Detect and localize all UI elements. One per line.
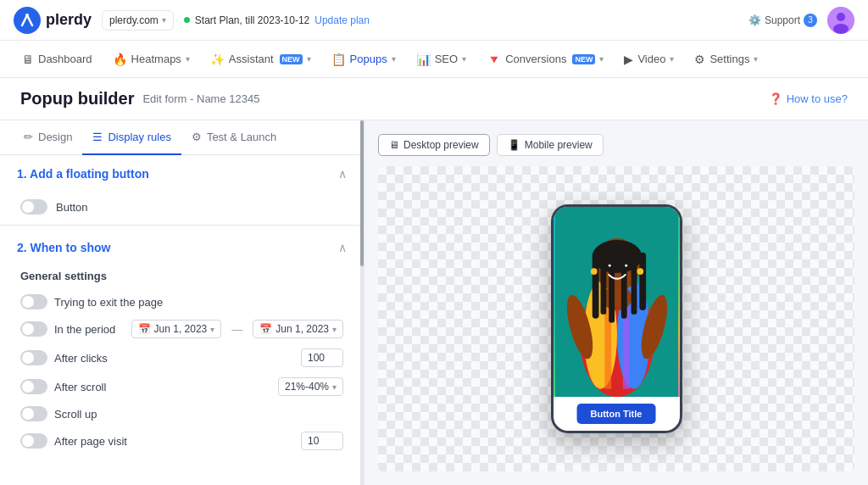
setting-after-clicks: After clicks: [20, 343, 343, 372]
nav-item-dashboard[interactable]: 🖥 Dashboard: [14, 47, 101, 71]
phone-mockup: Button Title: [551, 204, 682, 433]
date-to-picker[interactable]: 📅 Jun 1, 2023 ▾: [253, 320, 343, 338]
svg-point-1: [25, 14, 29, 17]
svg-rect-18: [609, 253, 615, 323]
svg-point-0: [14, 7, 41, 34]
date-to-chevron: ▾: [332, 325, 337, 334]
nav-item-heatmaps[interactable]: 🔥 Heatmaps ▾: [104, 47, 198, 71]
main-content: ✏ Design ☰ Display rules ⚙ Test & Launch…: [0, 120, 868, 485]
section2-title: 2. When to show: [17, 241, 110, 254]
tab-display-rules[interactable]: ☰ Display rules: [82, 120, 181, 155]
design-tab-icon: ✏: [24, 131, 33, 143]
desktop-preview-label: Desktop preview: [403, 139, 479, 151]
settings-chevron-icon: ▾: [754, 54, 758, 64]
button-toggle-label: Button: [56, 201, 88, 214]
mobile-icon: 📱: [508, 139, 520, 151]
nav-item-assistant[interactable]: ✨ Assistant NEW ▾: [202, 47, 320, 71]
scrollbar[interactable]: [360, 120, 364, 485]
svg-rect-17: [600, 253, 606, 315]
tabs: ✏ Design ☰ Display rules ⚙ Test & Launch: [0, 120, 364, 155]
svg-point-4: [833, 24, 849, 34]
update-plan-link[interactable]: Update plan: [314, 14, 370, 26]
test-launch-tab-icon: ⚙: [192, 131, 202, 143]
page-title: Popup builder: [20, 89, 134, 109]
domain-text: plerdy.com: [109, 14, 159, 26]
tab-test-launch-label: Test & Launch: [207, 131, 276, 143]
nav-item-conversions[interactable]: 🔻 Conversions NEW ▾: [478, 47, 612, 71]
conversions-chevron-icon: ▾: [599, 54, 604, 64]
after-scroll-select[interactable]: 21%-40% ▾: [278, 377, 343, 396]
assistant-icon: ✨: [210, 53, 225, 66]
avatar-image: [827, 7, 854, 34]
scroll-up-label: Scroll up: [54, 408, 343, 421]
button-toggle[interactable]: [20, 199, 47, 215]
section2-header[interactable]: 2. When to show ∧: [0, 229, 364, 266]
svg-point-26: [590, 268, 597, 275]
svg-point-25: [625, 265, 627, 267]
setting-period: In the period 📅 Jun 1, 2023 ▾ — 📅 Jun 1,…: [20, 315, 343, 343]
desktop-icon: 🖥: [389, 139, 399, 151]
page-header-left: Popup builder Edit form - Name 12345: [20, 89, 259, 109]
tab-design-label: Design: [38, 131, 72, 143]
how-to-link[interactable]: ❓ How to use?: [769, 92, 848, 105]
svg-point-3: [837, 13, 845, 21]
plan-status-dot: [184, 17, 190, 23]
support-button[interactable]: ⚙️ Support 3: [748, 14, 817, 27]
after-scroll-toggle[interactable]: [20, 379, 47, 394]
page-header: Popup builder Edit form - Name 12345 ❓ H…: [0, 78, 868, 120]
general-settings: General settings Trying to exit the page…: [0, 266, 364, 462]
help-icon: ❓: [769, 92, 782, 105]
nav-label-heatmaps: Heatmaps: [131, 53, 181, 65]
svg-point-27: [637, 268, 643, 275]
date-from-picker[interactable]: 📅 Jun 1, 2023 ▾: [131, 320, 222, 338]
nav-item-video[interactable]: ▶ Video ▾: [615, 47, 682, 71]
svg-rect-16: [592, 253, 598, 319]
date-separator: —: [228, 323, 246, 336]
nav-item-seo[interactable]: 📊 SEO ▾: [408, 47, 475, 71]
section2-collapse-icon: ∧: [338, 241, 347, 254]
assistant-chevron-icon: ▾: [307, 54, 311, 64]
section1-header[interactable]: 1. Add a floating button ∧: [0, 155, 364, 192]
period-label: In the period: [54, 323, 125, 336]
phone-image-svg: [554, 207, 680, 397]
phone-button-title[interactable]: Button Title: [577, 404, 656, 424]
section1-collapse-icon: ∧: [338, 167, 347, 181]
exit-page-toggle[interactable]: [20, 294, 47, 309]
svg-point-24: [608, 265, 610, 267]
mobile-preview-button[interactable]: 📱 Mobile preview: [497, 134, 604, 156]
page-visit-toggle[interactable]: [20, 433, 47, 449]
mobile-preview-label: Mobile preview: [525, 139, 593, 151]
nav-label-conversions: Conversions: [505, 53, 566, 65]
tab-design[interactable]: ✏ Design: [14, 120, 82, 155]
period-toggle[interactable]: [20, 321, 47, 337]
conversions-new-badge: NEW: [572, 54, 595, 64]
plan-badge: Start Plan, till 2023-10-12 Update plan: [184, 14, 370, 26]
after-clicks-input[interactable]: [301, 348, 343, 367]
phone-image: [554, 207, 680, 397]
nav-item-popups[interactable]: 📋 Popups ▾: [323, 47, 404, 71]
after-clicks-toggle[interactable]: [20, 350, 47, 365]
domain-selector[interactable]: plerdy.com ▾: [102, 10, 174, 31]
after-clicks-label: After clicks: [54, 352, 294, 365]
support-gear-icon: ⚙️: [748, 14, 761, 26]
popups-chevron-icon: ▾: [392, 54, 396, 64]
topbar-right: ⚙️ Support 3: [748, 7, 854, 34]
exit-page-label: Trying to exit the page: [54, 296, 343, 309]
scroll-up-toggle[interactable]: [20, 406, 47, 421]
button-toggle-row: Button: [0, 192, 364, 221]
tab-display-rules-label: Display rules: [108, 131, 170, 143]
nav-label-seo: SEO: [435, 53, 458, 65]
seo-icon: 📊: [416, 53, 431, 66]
avatar[interactable]: [827, 7, 854, 34]
popups-icon: 📋: [331, 53, 346, 66]
nav-item-settings[interactable]: ⚙ Settings ▾: [686, 47, 766, 71]
after-scroll-label: After scroll: [54, 381, 271, 393]
settings-icon: ⚙: [694, 53, 705, 66]
date-from-chevron: ▾: [210, 325, 214, 334]
svg-rect-21: [639, 253, 646, 310]
how-to-label: How to use?: [787, 92, 848, 105]
page-visit-input[interactable]: [301, 432, 343, 450]
tab-test-launch[interactable]: ⚙ Test & Launch: [181, 120, 287, 155]
preview-toolbar: 🖥 Desktop preview 📱 Mobile preview: [378, 134, 854, 156]
desktop-preview-button[interactable]: 🖥 Desktop preview: [378, 134, 490, 156]
